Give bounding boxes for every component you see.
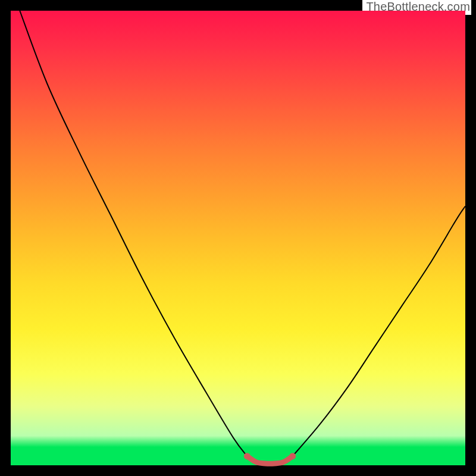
optimal-left-cap bbox=[244, 453, 250, 459]
right-branch bbox=[293, 206, 465, 456]
plot-area bbox=[11, 11, 465, 465]
left-branch bbox=[20, 11, 247, 456]
optimal-zone-line bbox=[247, 456, 292, 464]
optimal-right-cap bbox=[289, 453, 296, 459]
curve-group bbox=[20, 11, 465, 464]
chart-svg bbox=[11, 11, 465, 465]
chart-frame: TheBottleneck.com bbox=[0, 0, 476, 476]
